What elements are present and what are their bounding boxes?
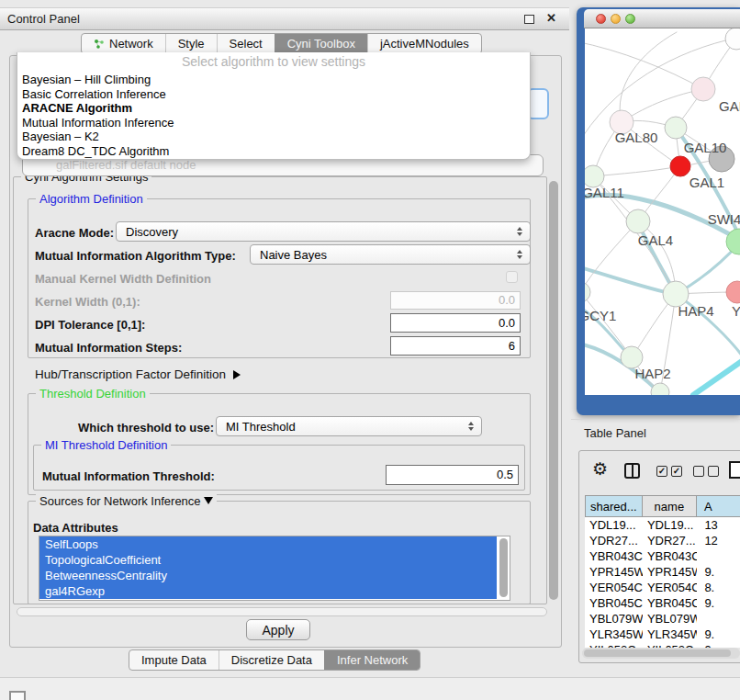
tab-label: jActiveMNodules: [380, 37, 469, 51]
close-window-icon[interactable]: [596, 14, 606, 24]
tab-network[interactable]: Network: [82, 34, 165, 53]
network-node-y[interactable]: [726, 281, 740, 303]
table-cell: YDR27...: [643, 533, 698, 548]
algorithm-option-basic-correlation-inference[interactable]: Basic Correlation Inference: [19, 87, 528, 102]
table-row[interactable]: YBR045CYBR045C9.: [585, 595, 740, 611]
minimize-window-icon[interactable]: [611, 14, 621, 24]
sources-title[interactable]: Sources for Network Inference: [36, 494, 217, 508]
table-cell: [697, 548, 740, 564]
network-node-gcy1[interactable]: [585, 282, 590, 302]
network-window[interactable]: GALGAL80GAL10GAL1GAL11SWI4GAL4GCY1HAP4YH…: [577, 7, 740, 415]
column-header-name[interactable]: name: [643, 495, 697, 517]
hub-definition-text: Hub/Transcription Factor Definition: [35, 367, 226, 381]
table-row[interactable]: YDR27...YDR27...12: [585, 533, 740, 548]
table-cell: 13: [697, 517, 740, 533]
network-node-gal10[interactable]: [665, 117, 687, 139]
network-window-titlebar[interactable]: [584, 9, 740, 28]
new-table-icon[interactable]: [729, 461, 740, 479]
attribute-option-betweennesscentrality[interactable]: BetweennessCentrality: [39, 568, 497, 583]
tab-label: Infer Network: [337, 653, 408, 667]
column-header-shared[interactable]: shared...: [585, 495, 643, 517]
hub-definition-label[interactable]: Hub/Transcription Factor Definition: [35, 367, 241, 381]
table-row[interactable]: YDL19...YDL19...13: [585, 517, 740, 533]
table-body: YDL19...YDL19...13YDR27...YDR27...12YBR0…: [585, 517, 740, 648]
network-node-gal[interactable]: [691, 77, 715, 101]
network-table-combo-value: galFiltered.sif default node: [56, 158, 196, 172]
attribute-option-gal4rgexp[interactable]: gal4RGexp: [39, 583, 497, 599]
algorithm-dropdown-list: Bayesian – Hill ClimbingBasic Correlatio…: [19, 73, 528, 159]
float-panel-icon[interactable]: [524, 15, 534, 24]
checked-box-icon: ✓: [671, 466, 682, 477]
which-threshold-value: MI Threshold: [226, 420, 296, 434]
attributes-scrollbar[interactable]: [499, 538, 508, 597]
expand-right-icon[interactable]: [233, 370, 241, 379]
aracne-mode-label: Aracne Mode:: [35, 226, 114, 240]
tab-impute-data[interactable]: Impute Data: [129, 650, 219, 670]
algorithm-option-mutual-information-inference[interactable]: Mutual Information Inference: [19, 116, 528, 130]
data-attributes-label: Data Attributes: [33, 521, 118, 535]
table-row[interactable]: YBR043CYBR043C: [585, 548, 740, 564]
network-canvas[interactable]: GALGAL80GAL10GAL1GAL11SWI4GAL4GCY1HAP4YH…: [585, 28, 740, 395]
algorithm-option-dream8-dc-tdc-algorithm[interactable]: Dream8 DC_TDC Algorithm: [19, 144, 528, 159]
table-scrollbar-thumb[interactable]: [584, 649, 731, 657]
close-panel-icon[interactable]: ✕: [546, 11, 556, 25]
apply-button[interactable]: Apply: [246, 619, 310, 640]
mi-algorithm-type-select[interactable]: Naive Bayes: [250, 244, 531, 265]
select-all-columns-icon[interactable]: ✓ ✓: [656, 466, 682, 477]
network-icon: [94, 39, 105, 50]
network-edge: [622, 89, 703, 122]
manual-kernel-width-checkbox[interactable]: [506, 271, 518, 283]
node-label: GAL80: [615, 130, 658, 145]
table-horizontal-scrollbar[interactable]: [582, 648, 740, 659]
algorithm-option-aracne-algorithm[interactable]: ARACNE Algorithm: [19, 101, 528, 116]
mi-steps-field[interactable]: 6: [390, 336, 521, 356]
tab-discretize-data[interactable]: Discretize Data: [219, 650, 324, 670]
which-threshold-select[interactable]: MI Threshold: [216, 416, 482, 436]
dpi-tolerance-field[interactable]: 0.0: [390, 313, 521, 333]
network-node[interactable]: [725, 28, 740, 50]
tab-label: Network: [109, 37, 153, 51]
network-node-gal1[interactable]: [670, 156, 690, 176]
table-panel: ⚙ ✓ ✓ shared...nameA YDL19...YDL19...13Y…: [578, 450, 740, 663]
table-row[interactable]: YPR145WYPR145W9.: [585, 564, 740, 580]
table-row[interactable]: YBL079WYBL079W: [585, 611, 740, 627]
stepper-icon: [468, 422, 474, 431]
attribute-option-topologicalcoefficient[interactable]: TopologicalCoefficient: [39, 552, 497, 568]
node-label: GAL1: [690, 175, 724, 190]
aracne-mode-select[interactable]: Discovery: [116, 221, 531, 242]
column-header-a[interactable]: A: [697, 495, 740, 517]
kernel-width-field[interactable]: 0.0: [390, 291, 521, 310]
attribute-option-selfloops[interactable]: SelfLoops: [39, 536, 497, 552]
tab-select[interactable]: Select: [217, 34, 275, 53]
algorithm-option-bayesian-hill-climbing[interactable]: Bayesian – Hill Climbing: [19, 73, 528, 87]
table-cell: YDL19...: [585, 517, 643, 533]
table-cell: YLR345W: [585, 627, 643, 642]
split-columns-icon[interactable]: [624, 463, 640, 479]
tab-jactivemnodules[interactable]: jActiveMNodules: [367, 34, 481, 53]
data-attributes-list[interactable]: SelfLoopsTopologicalCoefficientBetweenne…: [39, 536, 510, 601]
node-table: shared...nameA YDL19...YDL19...13YDR27..…: [585, 495, 740, 648]
tab-style[interactable]: Style: [165, 34, 217, 53]
table-cell: YBL079W: [585, 611, 643, 627]
tab-infer-network[interactable]: Infer Network: [324, 650, 420, 670]
algorithm-option-bayesian-k2[interactable]: Bayesian – K2: [19, 130, 528, 144]
algorithm-dropdown[interactable]: Select algorithm to view settings Bayesi…: [17, 52, 531, 160]
dpi-tolerance-label: DPI Tolerance [0,1]:: [35, 318, 145, 332]
settings-horizontal-scrollbar[interactable]: [17, 607, 547, 616]
table-row[interactable]: YER054CYER054C8.: [585, 580, 740, 595]
table-cell: YBL079W: [643, 611, 698, 627]
network-edge: [620, 32, 677, 122]
settings-vertical-scrollbar[interactable]: [549, 181, 558, 600]
table-row[interactable]: YLR345WYLR345W9.: [585, 627, 740, 642]
checked-box-icon: ✓: [656, 466, 667, 477]
zoom-window-icon[interactable]: [625, 14, 635, 24]
network-node-gal4[interactable]: [626, 209, 650, 233]
mi-threshold-field[interactable]: 0.5: [386, 465, 519, 485]
unchecked-box-icon: [708, 466, 719, 477]
collapse-down-icon[interactable]: [204, 497, 213, 504]
deselect-all-columns-icon[interactable]: [693, 466, 719, 477]
node-label: Y: [732, 303, 740, 319]
gear-icon[interactable]: ⚙: [592, 458, 608, 480]
minimized-panel-icon[interactable]: [9, 691, 26, 700]
tab-cyni-toolbox[interactable]: Cyni Toolbox: [275, 34, 367, 53]
